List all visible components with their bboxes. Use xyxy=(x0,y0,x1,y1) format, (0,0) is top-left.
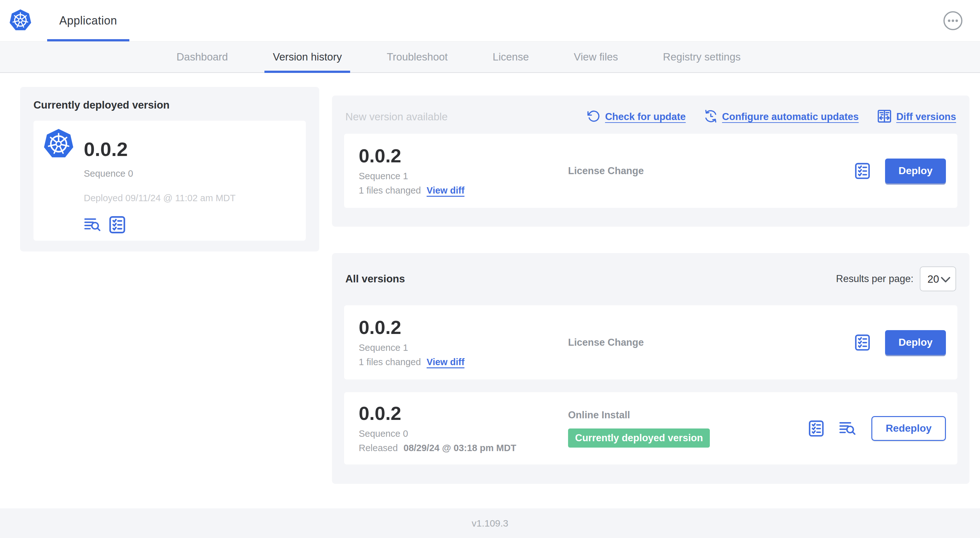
new-version-card: 0.0.2 Sequence 1 1 files changed View di… xyxy=(344,134,958,208)
version-sequence: Sequence 1 xyxy=(359,171,568,181)
tab-view-files[interactable]: View files xyxy=(565,42,626,72)
footer: v1.109.3 xyxy=(0,508,980,538)
currently-deployed-badge: Currently deployed version xyxy=(568,428,710,448)
tab-dashboard[interactable]: Dashboard xyxy=(168,42,236,72)
application-tab-label: Application xyxy=(59,14,117,27)
deploy-button[interactable]: Deploy xyxy=(885,159,946,183)
kubernetes-app-icon xyxy=(43,128,74,233)
released-timestamp: 08/29/24 @ 03:18 pm MDT xyxy=(404,443,517,453)
all-versions-title: All versions xyxy=(345,273,405,285)
deployed-sequence: Sequence 0 xyxy=(84,168,236,179)
diff-versions-icon xyxy=(877,109,892,125)
version-source: License Change xyxy=(568,165,854,177)
check-for-update-link[interactable]: Check for update xyxy=(587,110,686,124)
version-source: License Change xyxy=(568,337,854,348)
view-diff-link[interactable]: View diff xyxy=(426,185,465,196)
tab-version-history[interactable]: Version history xyxy=(264,42,350,72)
auto-update-schedule-icon xyxy=(704,110,718,124)
version-source: Online Install xyxy=(568,409,808,421)
active-app-tab-underline xyxy=(47,39,129,41)
view-logs-icon[interactable] xyxy=(84,217,102,232)
new-version-title: New version available xyxy=(345,111,448,123)
preflight-checks-icon[interactable] xyxy=(808,420,824,437)
currently-deployed-panel: Currently deployed version 0.0.2 xyxy=(20,87,319,251)
deployed-timestamp: Deployed 09/11/24 @ 11:02 am MDT xyxy=(84,193,236,203)
files-changed-text: 1 files changed xyxy=(359,357,421,367)
tab-troubleshoot[interactable]: Troubleshoot xyxy=(379,42,456,72)
deployed-version-number: 0.0.2 xyxy=(84,138,236,160)
preflight-checks-icon[interactable] xyxy=(854,333,870,351)
preflight-checks-icon[interactable] xyxy=(854,162,870,180)
ellipsis-menu-icon[interactable] xyxy=(943,11,963,30)
view-logs-icon[interactable] xyxy=(839,421,857,436)
deploy-button[interactable]: Deploy xyxy=(885,330,946,355)
version-number: 0.0.2 xyxy=(359,403,568,424)
currently-deployed-card: 0.0.2 Sequence 0 Deployed 09/11/24 @ 11:… xyxy=(33,121,306,241)
application-tab[interactable]: Application xyxy=(47,0,129,41)
version-sequence: Sequence 0 xyxy=(359,428,568,439)
diff-versions-link[interactable]: Diff versions xyxy=(877,109,956,125)
results-per-page-label: Results per page: xyxy=(836,273,913,285)
version-sequence: Sequence 1 xyxy=(359,343,568,353)
top-bar: Application xyxy=(0,0,980,41)
nav-tab-bar: Dashboard Version history Troubleshoot L… xyxy=(0,41,980,73)
version-number: 0.0.2 xyxy=(359,146,568,166)
version-row: 0.0.2 Sequence 1 1 files changed View di… xyxy=(344,305,958,379)
version-row: 0.0.2 Sequence 0 Released 08/29/24 @ 03:… xyxy=(344,392,958,465)
console-version: v1.109.3 xyxy=(471,518,508,529)
tab-license[interactable]: License xyxy=(484,42,537,72)
currently-deployed-title: Currently deployed version xyxy=(33,99,170,111)
files-changed-text: 1 files changed xyxy=(359,185,421,196)
configure-automatic-updates-link[interactable]: Configure automatic updates xyxy=(704,110,859,124)
all-versions-panel: All versions Results per page: 20 0.0.2 … xyxy=(332,253,969,484)
version-number: 0.0.2 xyxy=(359,317,568,338)
preflight-checks-icon[interactable] xyxy=(109,216,126,234)
results-per-page-select[interactable]: 20 xyxy=(920,267,956,291)
new-version-panel: New version available Check for update xyxy=(332,95,969,227)
view-diff-link[interactable]: View diff xyxy=(426,357,465,367)
kubernetes-logo xyxy=(9,9,32,32)
tab-registry-settings[interactable]: Registry settings xyxy=(655,42,749,72)
redeploy-button[interactable]: Redeploy xyxy=(871,416,946,441)
refresh-icon xyxy=(587,110,601,124)
released-label: Released xyxy=(359,443,398,453)
